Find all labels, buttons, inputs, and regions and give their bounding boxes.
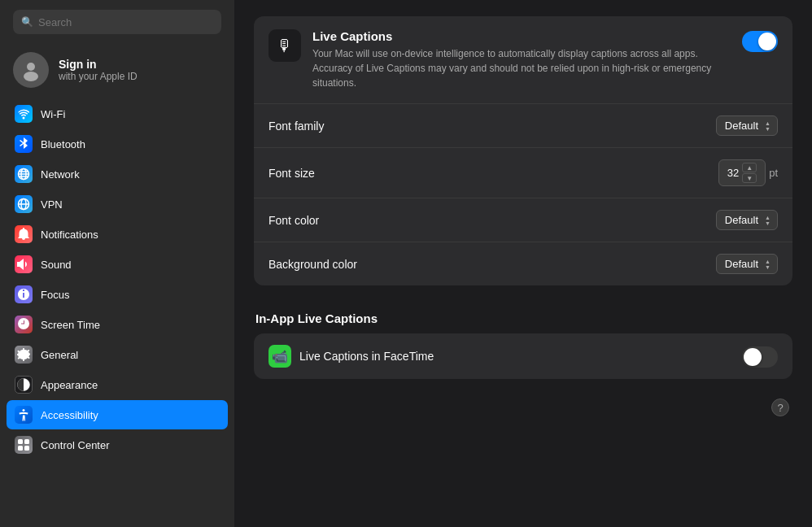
pt-label: pt xyxy=(769,167,778,179)
facetime-captions-toggle[interactable] xyxy=(742,346,778,368)
search-bar[interactable]: 🔍 xyxy=(13,10,221,34)
font-family-value[interactable]: Default ▲ ▼ xyxy=(716,115,778,136)
screentime-icon xyxy=(15,316,33,333)
feature-info: Live Captions Your Mac will use on-devic… xyxy=(312,29,731,90)
sidebar-item-label-focus: Focus xyxy=(41,289,69,301)
search-icon: 🔍 xyxy=(21,16,33,28)
svg-rect-14 xyxy=(24,439,29,444)
sidebar-item-network[interactable]: Network xyxy=(7,159,228,189)
live-captions-icon: 🎙 xyxy=(268,29,301,62)
svg-rect-13 xyxy=(18,439,23,444)
chevron-down-icon: ▼ xyxy=(765,264,771,270)
live-captions-header: 🎙 Live Captions Your Mac will use on-dev… xyxy=(254,16,792,103)
stepper-down[interactable]: ▼ xyxy=(742,173,757,183)
sidebar-item-label-general: General xyxy=(41,349,78,361)
wifi-icon xyxy=(15,105,33,123)
nav-list: Wi-FiBluetoothNetworkVPNNotificationsSou… xyxy=(0,99,234,527)
font-family-selected: Default xyxy=(725,120,758,132)
font-family-row: Font family Default ▲ ▼ xyxy=(254,104,792,148)
background-color-dropdown[interactable]: Default ▲ ▼ xyxy=(716,254,778,274)
svg-point-12 xyxy=(23,409,25,412)
svg-rect-15 xyxy=(18,446,23,451)
svg-rect-16 xyxy=(24,446,29,451)
stepper-arrows: ▲ ▼ xyxy=(742,163,757,183)
sidebar-item-wifi[interactable]: Wi-Fi xyxy=(7,99,228,128)
svg-point-0 xyxy=(27,63,35,71)
font-size-row: Font size 32 ▲ ▼ pt xyxy=(254,148,792,198)
sidebar-item-label-sound: Sound xyxy=(41,259,72,271)
sidebar-item-label-accessibility: Accessibility xyxy=(41,409,98,421)
live-captions-toggle[interactable] xyxy=(742,31,778,52)
font-size-value: 32 ▲ ▼ pt xyxy=(718,159,778,186)
in-app-captions-card: 📹 Live Captions in FaceTime xyxy=(254,333,792,379)
sidebar-item-controlcenter[interactable]: Control Center xyxy=(7,430,228,459)
sidebar-item-appearance[interactable]: Appearance xyxy=(7,370,228,399)
font-color-row: Font color Default ▲ ▼ xyxy=(254,198,792,242)
font-family-label: Font family xyxy=(268,120,324,133)
sound-icon xyxy=(15,255,33,273)
settings-section: Font family Default ▲ ▼ Font size xyxy=(254,103,792,285)
font-size-label: Font size xyxy=(268,167,315,180)
help-button[interactable]: ? xyxy=(771,399,789,416)
font-color-dropdown[interactable]: Default ▲ ▼ xyxy=(716,210,778,230)
sidebar-item-focus[interactable]: Focus xyxy=(7,280,228,309)
sidebar-item-sound[interactable]: Sound xyxy=(7,250,228,279)
stepper-value: 32 ▲ ▼ xyxy=(718,159,766,186)
background-color-row: Background color Default ▲ ▼ xyxy=(254,242,792,285)
bluetooth-icon xyxy=(15,135,33,153)
font-family-dropdown[interactable]: Default ▲ ▼ xyxy=(716,115,778,136)
stepper-up[interactable]: ▲ xyxy=(742,163,757,172)
font-size-stepper[interactable]: 32 ▲ ▼ xyxy=(718,159,766,186)
sidebar-item-label-notifications: Notifications xyxy=(41,229,98,241)
sidebar-item-label-controlcenter: Control Center xyxy=(41,439,110,451)
sidebar-item-accessibility[interactable]: Accessibility xyxy=(7,400,228,429)
facetime-toggle-knob xyxy=(744,348,762,366)
sidebar-item-label-appearance: Appearance xyxy=(41,379,98,391)
sidebar-item-bluetooth[interactable]: Bluetooth xyxy=(7,129,228,159)
sidebar: 🔍 Sign in with your Apple ID Wi-FiBlueto… xyxy=(0,0,234,527)
sidebar-item-general[interactable]: General xyxy=(7,340,228,369)
sidebar-item-label-vpn: VPN xyxy=(41,198,63,211)
chevron-up-icon: ▲ xyxy=(765,215,771,220)
focus-icon xyxy=(15,285,33,303)
sign-in-subtitle: with your Apple ID xyxy=(59,71,138,82)
facetime-icon: 📹 xyxy=(268,345,291,368)
search-container: 🔍 xyxy=(0,10,234,44)
font-family-arrows: ▲ ▼ xyxy=(765,120,771,132)
sign-in-section[interactable]: Sign in with your Apple ID xyxy=(0,44,234,99)
accessibility-icon xyxy=(15,406,33,424)
sidebar-item-label-wifi: Wi-Fi xyxy=(41,108,65,120)
live-captions-card: 🎙 Live Captions Your Mac will use on-dev… xyxy=(254,16,792,285)
notifications-icon xyxy=(15,225,33,243)
font-size-number: 32 xyxy=(727,167,739,179)
sidebar-item-vpn[interactable]: VPN xyxy=(7,189,228,219)
facetime-captions-label: Live Captions in FaceTime xyxy=(299,350,434,363)
help-icon: ? xyxy=(777,402,783,414)
sidebar-item-notifications[interactable]: Notifications xyxy=(7,220,228,249)
vpn-icon xyxy=(15,195,33,213)
sidebar-item-screentime[interactable]: Screen Time xyxy=(7,310,228,339)
background-color-selected: Default xyxy=(725,258,758,270)
facetime-captions-left: 📹 Live Captions in FaceTime xyxy=(268,345,434,368)
chevron-down-icon: ▼ xyxy=(765,126,771,132)
background-color-label: Background color xyxy=(268,258,357,271)
svg-point-1 xyxy=(24,72,38,81)
search-input[interactable] xyxy=(38,16,213,28)
sign-in-title: Sign in xyxy=(59,58,138,71)
font-color-value[interactable]: Default ▲ ▼ xyxy=(716,210,778,230)
toggle-knob xyxy=(758,33,776,50)
font-color-selected: Default xyxy=(725,214,758,226)
help-button-container: ? xyxy=(254,392,792,423)
font-color-label: Font color xyxy=(268,214,319,227)
appearance-icon xyxy=(15,376,33,394)
network-icon xyxy=(15,165,33,183)
sidebar-item-label-network: Network xyxy=(41,168,80,181)
chevron-down-icon: ▼ xyxy=(765,220,771,226)
background-color-value[interactable]: Default ▲ ▼ xyxy=(716,254,778,274)
chevron-up-icon: ▲ xyxy=(765,120,771,126)
sidebar-item-label-bluetooth: Bluetooth xyxy=(41,138,85,150)
sidebar-item-label-screentime: Screen Time xyxy=(41,319,100,331)
sign-in-text: Sign in with your Apple ID xyxy=(59,58,138,82)
facetime-captions-row: 📹 Live Captions in FaceTime xyxy=(254,333,792,379)
in-app-section-title: In-App Live Captions xyxy=(254,298,792,333)
